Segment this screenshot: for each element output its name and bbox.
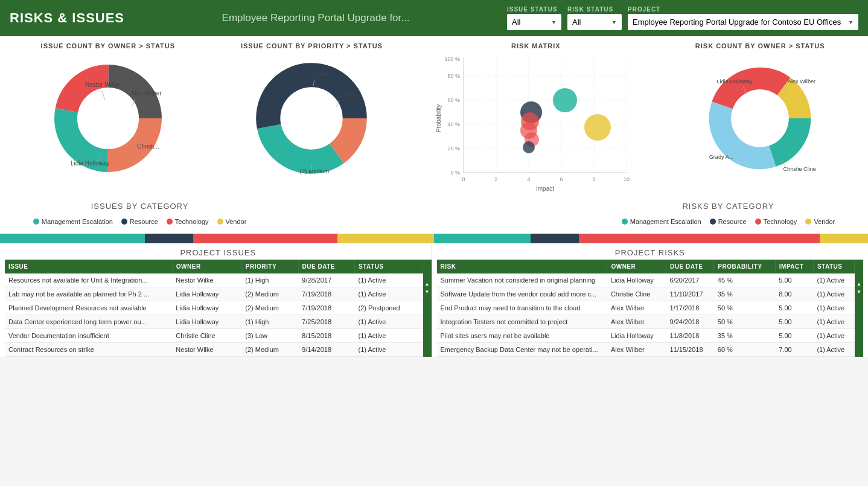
project-subtitle: Employee Reporting Portal Upgrade for... (124, 12, 507, 24)
risks-table-body: Summer Vacation not considered in origin… (437, 273, 855, 357)
svg-point-4 (78, 88, 138, 149)
issues-category-title: ISSUES BY CATEGORY (91, 202, 189, 211)
table-row: Emergency Backup Data Center may not be … (437, 343, 855, 357)
svg-point-53 (523, 141, 535, 153)
issue-priority-donut: (3) Low (1) High (2) Medium (245, 52, 378, 185)
risk-vendor-dot (805, 219, 811, 225)
risks-scroll-bar[interactable]: ▲ ▼ (855, 260, 863, 357)
technology-dot (167, 219, 173, 225)
risk-resource-dot (710, 219, 716, 225)
risk-matrix-panel: RISK MATRIX 0 % 20 % 40 % (413, 42, 658, 197)
issue-priority-svg: (3) Low (1) High (2) Medium (245, 52, 378, 185)
issue-owner-panel: ISSUE COUNT BY OWNER > STATUS Nestor Wil… (6, 42, 210, 197)
project-select[interactable]: Employee Reporting Portal Upgrade for Co… (628, 14, 858, 30)
table-row: Software Update from the vendor could ad… (437, 287, 855, 301)
risk-vendor-label: Vendor (814, 218, 835, 225)
table-row: Vendor Documentation insufficientChristi… (5, 329, 423, 343)
svg-text:2: 2 (494, 176, 497, 182)
bar-yellow-left (337, 234, 434, 243)
th-risk-status: STATUS (813, 260, 854, 273)
svg-text:Alex Wilber: Alex Wilber (131, 90, 162, 97)
bar-teal-left (0, 234, 145, 243)
risk-scroll-up: ▲ (857, 281, 861, 287)
bar-red-left (193, 234, 338, 243)
table-row: Planned Development Resources not availa… (5, 301, 423, 315)
svg-text:100 %: 100 % (444, 56, 460, 62)
svg-text:8: 8 (592, 176, 595, 182)
issues-scroll-bar[interactable]: ▲ ▼ (423, 260, 432, 357)
header: RISKS & ISSUES Employee Reporting Portal… (0, 0, 868, 36)
risk-resource-label: Resource (718, 218, 747, 225)
svg-point-16 (281, 88, 342, 149)
risk-legend-technology: Technology (755, 218, 797, 225)
svg-text:Alex Wilber: Alex Wilber (788, 78, 815, 85)
th-status: STATUS (355, 260, 423, 273)
issues-table-title: PROJECT ISSUES (5, 248, 432, 257)
legend-mgmt-escalation: Management Escalation (33, 218, 113, 225)
th-impact: IMPACT (775, 260, 813, 273)
spacer-middle (273, 197, 595, 234)
svg-point-54 (584, 114, 611, 141)
risk-owner-donut: Lidia Holloway Alex Wilber Grady A... Ch… (694, 52, 826, 185)
risks-category-title: RISKS BY CATEGORY (682, 202, 774, 211)
bar-yellow-right (820, 234, 868, 243)
risks-legend: Management Escalation Resource Technolog… (622, 218, 835, 225)
issues-category-panel: ISSUES BY CATEGORY Management Escalation… (6, 197, 273, 234)
issue-status-select-wrapper[interactable]: All Active Closed (507, 14, 561, 30)
risk-status-select-wrapper[interactable]: All Active Closed (567, 14, 622, 30)
svg-text:60 %: 60 % (447, 97, 460, 103)
table-row: Summer Vacation not considered in origin… (437, 273, 855, 287)
risk-owner-svg: Lidia Holloway Alex Wilber Grady A... Ch… (694, 52, 826, 185)
issue-owner-title: ISSUE COUNT BY OWNER > STATUS (41, 42, 175, 50)
issues-table: ISSUE OWNER PRIORITY DUE DATE STATUS Res… (5, 260, 423, 357)
legend-vendor: Vendor (217, 218, 247, 225)
th-probability: PROBABILITY (714, 260, 776, 273)
risks-table-wrapper: RISK OWNER DUE DATE PROBABILITY IMPACT S… (437, 260, 864, 357)
risk-mgmt-label: Management Escalation (630, 218, 701, 225)
scroll-down-arrow: ▼ (425, 289, 430, 295)
risk-mgmt-dot (622, 219, 628, 225)
risks-category-panel: RISKS BY CATEGORY Management Escalation … (595, 197, 862, 234)
issues-table-wrapper: ISSUE OWNER PRIORITY DUE DATE STATUS Res… (5, 260, 432, 357)
svg-text:Christie Cline: Christie Cline (783, 166, 816, 172)
issue-priority-panel: ISSUE COUNT BY PRIORITY > STATUS (3) Low… (210, 42, 414, 197)
issue-status-select[interactable]: All Active Closed (507, 14, 561, 30)
risk-tech-label: Technology (764, 218, 797, 225)
issues-table-head: ISSUE OWNER PRIORITY DUE DATE STATUS (5, 260, 423, 273)
svg-text:4: 4 (527, 176, 530, 182)
svg-text:6: 6 (560, 176, 563, 182)
risk-scroll-down: ▼ (857, 289, 861, 295)
resource-dot (121, 219, 127, 225)
table-row: Pilot sites users may not be availableLi… (437, 329, 855, 343)
tables-section: PROJECT ISSUES ISSUE OWNER PRIORITY DUE … (0, 243, 868, 357)
svg-text:Probability: Probability (435, 104, 442, 133)
risk-status-select[interactable]: All Active Closed (567, 14, 622, 30)
color-bars (0, 234, 868, 243)
risk-status-filter: RISK STATUS All Active Closed (567, 6, 622, 30)
svg-text:Nestor Wilke: Nestor Wilke (85, 82, 120, 88)
risk-owner-panel: RISK COUNT BY OWNER > STATUS Lidia Hollo… (658, 42, 862, 197)
technology-label: Technology (175, 218, 209, 225)
risks-header-row: RISK OWNER DUE DATE PROBABILITY IMPACT S… (437, 260, 855, 273)
issue-owner-svg: Nestor Wilke Alex Wilber Christi... Lidi… (42, 52, 174, 185)
project-filter: PROJECT Employee Reporting Portal Upgrad… (628, 6, 858, 30)
charts-row: ISSUE COUNT BY OWNER > STATUS Nestor Wil… (6, 42, 862, 197)
risks-table-scroll[interactable]: RISK OWNER DUE DATE PROBABILITY IMPACT S… (437, 260, 855, 357)
svg-text:Lidia Holloway: Lidia Holloway (717, 78, 753, 85)
th-due-date: DUE DATE (298, 260, 354, 273)
th-risk: RISK (437, 260, 607, 273)
table-row: Resources not available for Unit & Integ… (5, 273, 423, 287)
svg-text:20 %: 20 % (447, 145, 460, 152)
table-row: Integration Testers not committed to pro… (437, 315, 855, 329)
filters-bar: ISSUE STATUS All Active Closed RISK STAT… (507, 6, 858, 30)
issues-table-scroll[interactable]: ISSUE OWNER PRIORITY DUE DATE STATUS Res… (5, 260, 423, 357)
issues-header-row: ISSUE OWNER PRIORITY DUE DATE STATUS (5, 260, 423, 273)
vendor-label: Vendor (226, 218, 247, 225)
table-row: Data Center experienced long term power … (5, 315, 423, 329)
bar-red-right (579, 234, 820, 243)
th-owner: OWNER (172, 260, 241, 273)
table-row: End Product may need to transition to th… (437, 301, 855, 315)
th-risk-due-date: DUE DATE (666, 260, 714, 273)
table-row: Lab may not be available as planned for … (5, 287, 423, 301)
project-select-wrapper[interactable]: Employee Reporting Portal Upgrade for Co… (628, 14, 858, 30)
